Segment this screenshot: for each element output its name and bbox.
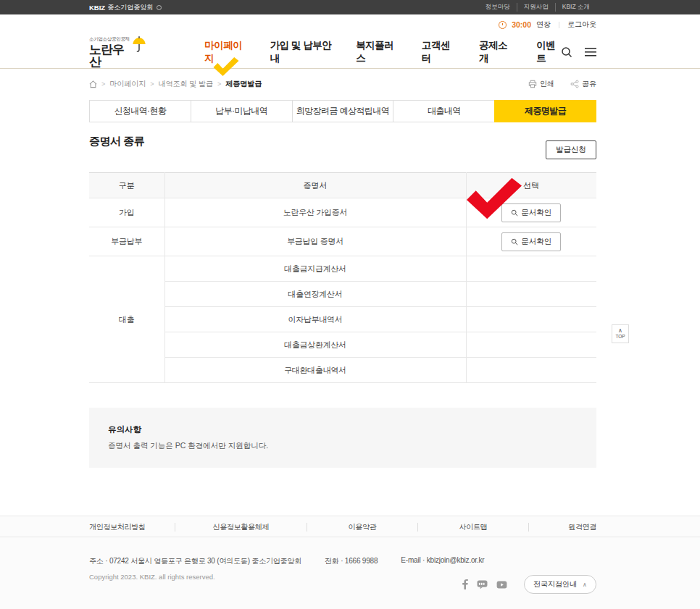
table-row: 부금납부 부금납입 증명서 문서확인 xyxy=(89,227,596,256)
nav-customer-center[interactable]: 고객센터 xyxy=(422,39,454,65)
cert-name: 부금납입 증명서 xyxy=(164,227,466,256)
search-icon[interactable] xyxy=(561,46,572,58)
doc-check-label: 문서확인 xyxy=(521,237,551,247)
footer-link-remote[interactable]: 원격연결 xyxy=(568,522,596,532)
sub-tabs: 신청내역·현황 납부·미납내역 희망장려금 예상적립내역 대출내역 제증명발급 xyxy=(89,100,596,122)
kbiz-brand-bold: KBIZ xyxy=(89,4,105,12)
main-header: 소기업소상공인공제 노란우산 마이페이지 가입 및 납부안내 복지플러스 고객센… xyxy=(0,35,700,69)
share-icon xyxy=(570,80,579,88)
empty-cell xyxy=(466,282,596,307)
umbrella-icon xyxy=(132,35,146,54)
topbar-link-kbiz-intro[interactable]: KBIZ 소개 xyxy=(555,3,596,12)
cert-name: 대출금상환계산서 xyxy=(164,332,466,358)
category-join: 가입 xyxy=(89,198,164,227)
doc-check-label: 문서확인 xyxy=(521,208,551,218)
top-label: TOP xyxy=(615,334,625,339)
extend-session-button[interactable]: 연장 xyxy=(536,20,551,30)
page: KBIZ 중소기업중앙회 정보마당 지원사업 KBIZ 소개 30:00 연장 … xyxy=(0,0,700,609)
breadcrumb-separator: > xyxy=(101,80,105,88)
breadcrumb-mypage[interactable]: 마이페이지 xyxy=(109,79,146,89)
topbar-links: 정보마당 지원사업 KBIZ 소개 xyxy=(479,3,596,12)
red-check-annotation xyxy=(467,177,522,219)
empty-cell xyxy=(466,332,596,358)
nav-deduction-intro[interactable]: 공제소개 xyxy=(479,39,512,65)
session-timer: 30:00 xyxy=(512,20,531,29)
footer-link-sitemap[interactable]: 사이트맵 xyxy=(459,522,488,532)
notice-title: 유의사항 xyxy=(108,424,578,435)
logo-subtitle: 소기업소상공인공제 xyxy=(89,37,131,42)
table-row: 대출연장계산서 xyxy=(89,282,596,307)
empty-cell xyxy=(466,307,596,332)
cert-name: 노란우산 가입증서 xyxy=(164,198,466,227)
col-header-certificate: 증명서 xyxy=(164,173,466,198)
footer-email: E-mail · kbizjoin@kbiz.or.kr xyxy=(401,556,484,566)
nationwide-branch-button[interactable]: 전국지점안내 ∧ xyxy=(524,575,596,594)
cert-name: 이자납부내역서 xyxy=(164,307,466,332)
logout-button[interactable]: 로그아웃 xyxy=(567,20,596,30)
utility-divider xyxy=(559,22,559,28)
category-loan: 대출 xyxy=(89,256,164,383)
tab-loan-history[interactable]: 대출내역 xyxy=(393,100,495,122)
cert-name: 대출금지급계산서 xyxy=(164,256,466,282)
topbar-link-info[interactable]: 정보마당 xyxy=(479,3,517,12)
footer-address: 주소 · 07242 서울시 영등포구 은행로 30 (여의도동) 중소기업중앙… xyxy=(89,556,301,566)
content-area: > 마이페이지 > 내역조회 및 발급 > 제증명발급 인쇄 공유 신청내역· xyxy=(89,77,596,468)
nav-join-guide[interactable]: 가입 및 납부안내 xyxy=(270,39,332,65)
print-label: 인쇄 xyxy=(540,79,554,89)
nav-event[interactable]: 이벤트 xyxy=(536,39,561,65)
table-row: 대출 대출금지급계산서 xyxy=(89,256,596,282)
youtube-icon[interactable] xyxy=(496,581,507,589)
global-top-bar: KBIZ 중소기업중앙회 정보마당 지원사업 KBIZ 소개 xyxy=(0,0,700,14)
breadcrumb: > 마이페이지 > 내역조회 및 발급 > 제증명발급 xyxy=(89,79,262,89)
brand-badge-icon xyxy=(157,5,162,10)
nav-welfare-plus[interactable]: 복지플러스 xyxy=(356,39,396,65)
doc-check-button-payment[interactable]: 문서확인 xyxy=(501,232,561,251)
kbiz-brand-rest: 중소기업중앙회 xyxy=(107,3,153,12)
topbar-link-support[interactable]: 지원사업 xyxy=(517,3,555,12)
tab-application-history[interactable]: 신청내역·현황 xyxy=(89,100,191,122)
printer-icon xyxy=(528,80,537,88)
table-row: 이자납부내역서 xyxy=(89,307,596,332)
footer-link-privacy[interactable]: 개인정보처리방침 xyxy=(89,522,146,532)
breadcrumb-separator: > xyxy=(150,80,154,88)
yellow-check-annotation xyxy=(212,57,241,76)
home-icon[interactable] xyxy=(89,80,97,88)
empty-cell xyxy=(466,358,596,383)
blog-icon[interactable] xyxy=(477,580,488,589)
chevron-up-icon: ∧ xyxy=(583,581,587,588)
kbiz-brand[interactable]: KBIZ 중소기업중앙회 xyxy=(89,3,162,12)
footer-copyright: Copyright 2023. KBIZ. all rights reserve… xyxy=(89,573,596,581)
table-row: 대출금상환계산서 xyxy=(89,332,596,358)
menu-hamburger-icon[interactable] xyxy=(585,48,596,56)
branch-label: 전국지점안내 xyxy=(533,579,577,589)
footer-link-credit-info[interactable]: 신용정보활용체제 xyxy=(213,522,270,532)
issue-apply-button[interactable]: 발급신청 xyxy=(546,140,596,159)
share-label: 공유 xyxy=(582,79,596,89)
footer-tel: 전화 · 1666 9988 xyxy=(325,556,378,566)
chevron-up-icon: ∧ xyxy=(618,329,622,333)
tab-hope-incentive[interactable]: 희망장려금 예상적립내역 xyxy=(292,100,394,122)
tab-payment-history[interactable]: 납부·미납내역 xyxy=(191,100,293,122)
scroll-to-top-button[interactable]: ∧ TOP xyxy=(612,324,629,343)
yellow-umbrella-logo[interactable]: 소기업소상공인공제 노란우산 xyxy=(89,37,146,68)
table-row: 구대환대출내역서 xyxy=(89,358,596,383)
col-header-category: 구분 xyxy=(89,173,164,198)
notice-text: 증명서 출력 기능은 PC 환경에서만 지원합니다. xyxy=(108,441,578,451)
cert-name: 구대환대출내역서 xyxy=(164,358,466,383)
logo-title: 노란우산 xyxy=(89,43,131,68)
tab-certificate-issuance[interactable]: 제증명발급 xyxy=(494,100,596,122)
breadcrumb-separator: > xyxy=(217,80,221,88)
share-button[interactable]: 공유 xyxy=(570,79,596,89)
notice-box: 유의사항 증명서 출력 기능은 PC 환경에서만 지원합니다. xyxy=(89,408,596,468)
footer-link-terms[interactable]: 이용약관 xyxy=(349,522,377,532)
utility-bar: 30:00 연장 로그아웃 xyxy=(0,14,700,35)
page-title: 증명서 종류 xyxy=(89,135,144,148)
breadcrumb-history-issue[interactable]: 내역조회 및 발급 xyxy=(159,79,214,89)
clock-icon xyxy=(499,21,507,29)
footer: 개인정보처리방침 신용정보활용체제 이용약관 사이트맵 원격연결 주소 · 07… xyxy=(0,516,700,609)
facebook-icon[interactable] xyxy=(462,579,468,589)
print-button[interactable]: 인쇄 xyxy=(528,79,554,89)
breadcrumb-current: 제증명발급 xyxy=(225,79,262,89)
cert-name: 대출연장계산서 xyxy=(164,282,466,307)
magnifier-icon xyxy=(511,238,518,245)
